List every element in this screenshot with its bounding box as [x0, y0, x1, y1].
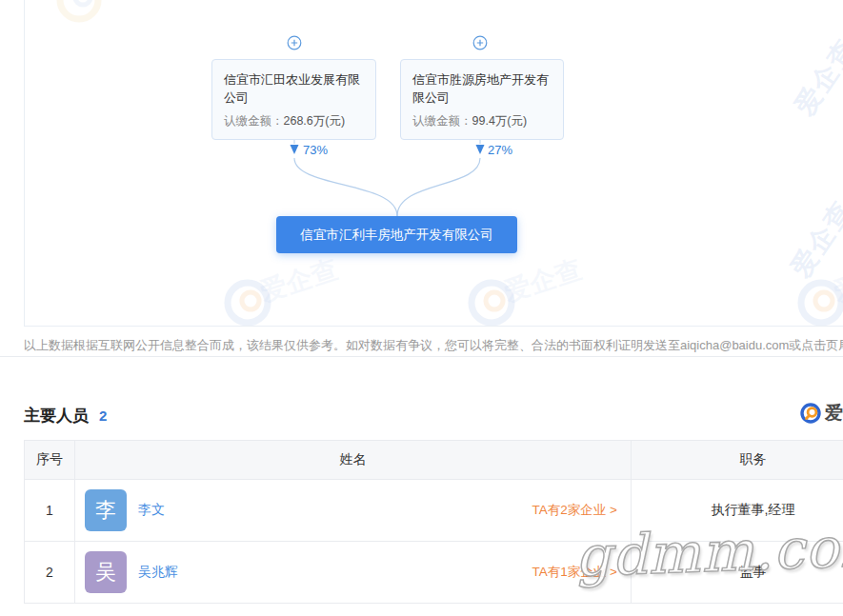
personnel-count-badge: 2 — [99, 407, 107, 424]
share-percent: 27% — [488, 143, 512, 157]
amount-label: 认缴金额： — [412, 114, 472, 128]
amount-value: 99.4万(元) — [472, 114, 528, 128]
header-position: 职务 — [632, 441, 843, 480]
aiqicha-page: 爱企查 爱企查 爱企查 爱企查 爱企查 信宜市汇田农业发展有限公司 认缴金额：2… — [0, 0, 843, 616]
personnel-table: 序号 姓名 职务 1 李 李文 TA有2家企业 > 执行董事,经理 2 — [24, 440, 843, 604]
table-row: 2 吴 吴兆辉 TA有1家企业 > 监事 — [25, 542, 843, 604]
person-name-link[interactable]: 李文 — [138, 502, 165, 519]
aiqicha-logo-icon — [799, 402, 822, 425]
expand-plus-icon[interactable] — [287, 35, 302, 50]
disclaimer-text: 以上数据根据互联网公开信息整合而成，该结果仅供参考。如对数据有争议，您可以将完整… — [24, 337, 843, 354]
subscribed-amount: 认缴金额：268.6万(元) — [224, 113, 364, 129]
arrow-down-icon — [476, 145, 485, 154]
table-row: 1 李 李文 TA有2家企业 > 执行董事,经理 — [25, 480, 843, 542]
avatar: 吴 — [85, 551, 127, 593]
shareholder-name: 信宜市汇田农业发展有限公司 — [224, 70, 364, 107]
person-position: 监事 — [632, 542, 843, 604]
amount-value: 268.6万(元) — [284, 114, 346, 128]
connector-lines — [0, 0, 843, 327]
header-no: 序号 — [25, 441, 75, 480]
subscribed-amount: 认缴金额：99.4万(元) — [412, 113, 552, 129]
header-name: 姓名 — [75, 441, 632, 480]
expand-plus-icon[interactable] — [472, 35, 488, 50]
table-header-row: 序号 姓名 职务 — [25, 441, 843, 480]
personnel-section-header: 主要人员 2 — [24, 405, 107, 427]
brand-text: 爱企查 — [825, 401, 843, 426]
related-companies-link[interactable]: TA有2家企业 > — [532, 502, 617, 519]
name-cell: 吴 吴兆辉 TA有1家企业 > — [75, 551, 631, 593]
aiqicha-brand-logo: 爱企查 — [799, 401, 843, 426]
share-percent: 73% — [303, 143, 328, 157]
arrow-down-icon — [291, 145, 299, 154]
target-company-node[interactable]: 信宜市汇利丰房地产开发有限公司 — [276, 216, 517, 253]
related-companies-link[interactable]: TA有1家企业 > — [532, 564, 617, 581]
shareholder-node[interactable]: 信宜市汇田农业发展有限公司 认缴金额：268.6万(元) — [211, 59, 376, 140]
section-title: 主要人员 — [24, 405, 89, 427]
row-index: 2 — [25, 542, 75, 604]
person-name-link[interactable]: 吴兆辉 — [138, 564, 178, 581]
person-position: 执行董事,经理 — [632, 480, 843, 542]
avatar: 李 — [85, 489, 127, 531]
amount-label: 认缴金额： — [224, 114, 284, 128]
name-cell: 李 李文 TA有2家企业 > — [75, 489, 631, 531]
section-divider — [0, 356, 843, 357]
row-index: 1 — [25, 480, 75, 542]
shareholder-name: 信宜市胜源房地产开发有限公司 — [412, 70, 552, 107]
shareholder-node[interactable]: 信宜市胜源房地产开发有限公司 认缴金额：99.4万(元) — [400, 59, 564, 140]
